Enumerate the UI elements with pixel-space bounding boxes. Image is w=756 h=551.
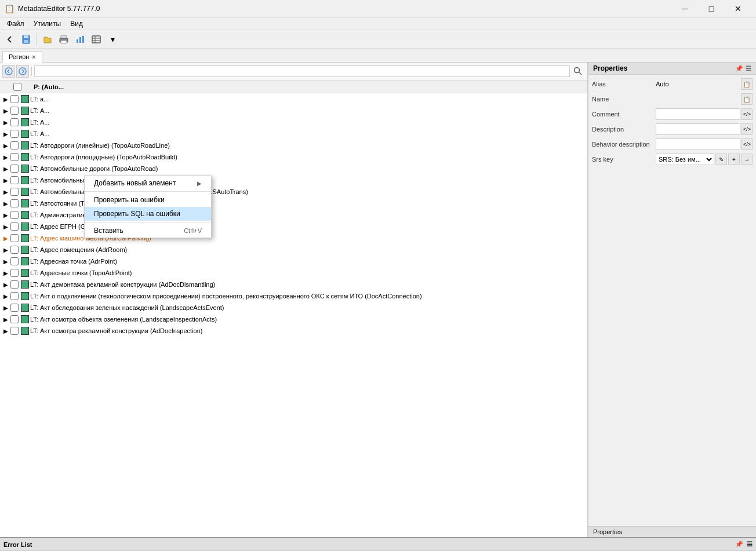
expand-icon[interactable]: ▶ xyxy=(2,316,9,323)
prop-srskey-add-btn[interactable]: + xyxy=(728,154,740,165)
ctx-check-sql[interactable]: Проверить SQL на ошибки xyxy=(85,207,211,221)
tree-row[interactable]: ▶ LT: Акт осмотра объекта озеленения (La… xyxy=(0,313,587,325)
expand-icon[interactable]: ▶ xyxy=(2,269,9,276)
expand-icon[interactable]: ▶ xyxy=(2,177,9,184)
expand-icon[interactable]: ▶ xyxy=(2,119,9,126)
ctx-add-element[interactable]: Добавить новый элемент ▶ xyxy=(85,176,211,190)
tree-row-checkbox[interactable] xyxy=(10,315,19,323)
tree-row[interactable]: ▶ LT: А... xyxy=(0,128,587,140)
prop-srskey-edit-btn[interactable]: ✎ xyxy=(715,154,727,165)
prop-alias-copy-btn[interactable]: 📋 xyxy=(741,78,753,90)
tree-row-checkbox[interactable] xyxy=(10,176,19,184)
tree-row[interactable]: ▶ LT: Акт осмотра рекламной конструкции … xyxy=(0,325,587,337)
expand-icon[interactable]: ▶ xyxy=(2,200,9,207)
tree-row[interactable]: ▶ LT: Акт обследования зеленых насаждени… xyxy=(0,302,587,313)
prop-srskey-select[interactable]: SRS: Без им... xyxy=(656,154,714,165)
props-menu-button[interactable]: ☰ xyxy=(746,65,751,72)
prop-behavior-btn[interactable]: </> xyxy=(742,138,753,150)
tree-row-checkbox[interactable] xyxy=(10,107,19,115)
prop-comment-input[interactable] xyxy=(656,108,740,120)
tree-row-checkbox[interactable] xyxy=(10,130,19,138)
expand-icon[interactable]: ▶ xyxy=(2,107,9,114)
tree-row-checkbox[interactable] xyxy=(10,199,19,207)
tree-row-checkbox[interactable] xyxy=(10,211,19,219)
tree-row-checkbox[interactable] xyxy=(10,246,19,254)
tree-row[interactable]: ▶ LT: Акт демонтажа рекламной конструкци… xyxy=(0,279,587,290)
tree-row[interactable]: ▶ LT: Акт о подключении (технологическом… xyxy=(0,290,587,302)
expand-icon[interactable]: ▶ xyxy=(2,154,9,160)
properties-header: Properties 📌 ☰ xyxy=(588,63,756,75)
tree-row-checkbox[interactable] xyxy=(10,153,19,161)
tree-row[interactable]: ▶ LT: Автомобильные дороги (TopoAutoRoad… xyxy=(0,163,587,174)
expand-icon[interactable]: ▶ xyxy=(2,281,9,288)
expand-icon[interactable]: ▶ xyxy=(2,327,9,334)
tree-row-checkbox[interactable] xyxy=(10,141,19,149)
tree-row-checkbox[interactable] xyxy=(10,327,19,335)
expand-icon[interactable]: ▶ xyxy=(2,130,9,137)
maximize-button[interactable]: □ xyxy=(698,0,725,17)
tree-row-checkbox[interactable] xyxy=(10,95,19,103)
tb-chart-button[interactable] xyxy=(72,32,88,47)
tree-row[interactable]: ▶ LT: А... xyxy=(0,116,587,128)
nav-back-btn[interactable] xyxy=(2,65,15,78)
ctx-check-errors[interactable]: Проверить на ошибки xyxy=(85,193,211,207)
tree-row[interactable]: ▶ LT: Адресная точка (AdrPoint) xyxy=(0,256,587,267)
tb-open-button[interactable] xyxy=(40,32,55,47)
expand-icon[interactable]: ▶ xyxy=(2,246,9,253)
tb-back-button[interactable] xyxy=(2,32,17,47)
expand-icon[interactable]: ▶ xyxy=(2,96,9,103)
tree-row-checkbox[interactable] xyxy=(10,304,19,312)
tree-row-checkbox[interactable] xyxy=(10,234,19,242)
tree-select-all-checkbox[interactable] xyxy=(13,83,21,91)
tree-row-checkbox[interactable] xyxy=(10,292,19,300)
search-button[interactable] xyxy=(571,64,585,78)
tree-row-checkbox[interactable] xyxy=(10,222,19,231)
ctx-paste[interactable]: Вставить Ctrl+V xyxy=(85,224,211,238)
prop-behavior-input[interactable] xyxy=(656,138,740,150)
prop-description-btn[interactable]: </> xyxy=(742,123,753,135)
tree-row[interactable]: ▶ LT: Адресные точки (TopoAdrPoint) xyxy=(0,267,587,279)
menu-file[interactable]: Файл xyxy=(2,19,29,29)
tab-close-region[interactable]: ✕ xyxy=(31,54,36,60)
expand-icon[interactable]: ▶ xyxy=(2,235,9,242)
expand-icon[interactable]: ▶ xyxy=(2,211,9,218)
tree-row-checkbox[interactable] xyxy=(10,269,19,277)
app-icon: 📋 xyxy=(5,4,14,13)
prop-description-input[interactable] xyxy=(656,123,740,135)
prop-comment-btn[interactable]: </> xyxy=(742,108,753,120)
expand-icon[interactable]: ▶ xyxy=(2,304,9,311)
tree-row-checkbox[interactable] xyxy=(10,188,19,196)
search-input[interactable] xyxy=(34,65,570,77)
tree-row[interactable]: ▶ LT: а... xyxy=(0,93,587,105)
tree-row-checkbox[interactable] xyxy=(10,118,19,126)
nav-forward-btn[interactable] xyxy=(16,65,29,78)
menu-view[interactable]: Вид xyxy=(66,19,88,29)
error-panel-pin[interactable]: 📌 xyxy=(735,541,743,548)
tree-content[interactable]: ▶ LT: а... ▶ LT: А... ▶ LT: А... ▶ xyxy=(0,93,587,537)
tree-row[interactable]: ▶ LT: Автодороги (линейные) (TopoAutoRoa… xyxy=(0,140,587,151)
expand-icon[interactable]: ▶ xyxy=(2,258,9,265)
tree-row[interactable]: ▶ LT: А... xyxy=(0,105,587,116)
menu-utilities[interactable]: Утилиты xyxy=(29,19,66,29)
tree-row-checkbox[interactable] xyxy=(10,257,19,265)
tb-table-button[interactable] xyxy=(89,32,104,47)
close-button[interactable]: ✕ xyxy=(725,0,751,17)
pin-button[interactable]: 📌 xyxy=(735,65,743,72)
expand-icon[interactable]: ▶ xyxy=(2,165,9,172)
tb-save-button[interactable] xyxy=(19,32,34,47)
prop-srskey-arrow-btn[interactable]: → xyxy=(741,154,753,165)
expand-icon[interactable]: ▶ xyxy=(2,223,9,230)
tb-dropdown-button[interactable]: ▾ xyxy=(105,32,120,47)
tree-row-checkbox[interactable] xyxy=(10,280,19,289)
expand-icon[interactable]: ▶ xyxy=(2,142,9,149)
error-panel-menu[interactable]: ☰ xyxy=(747,541,753,548)
expand-icon[interactable]: ▶ xyxy=(2,293,9,300)
tree-row[interactable]: ▶ LT: Автодороги (площадные) (TopoAutoRo… xyxy=(0,151,587,163)
minimize-button[interactable]: ─ xyxy=(671,0,698,17)
expand-icon[interactable]: ▶ xyxy=(2,188,9,195)
tb-print-button[interactable] xyxy=(56,32,71,47)
prop-name-copy-btn[interactable]: 📋 xyxy=(741,93,753,105)
tree-row-checkbox[interactable] xyxy=(10,165,19,173)
tab-region[interactable]: Регион ✕ xyxy=(2,51,42,63)
tree-row[interactable]: ▶ LT: Адрес помещения (AdrRoom) xyxy=(0,244,587,256)
